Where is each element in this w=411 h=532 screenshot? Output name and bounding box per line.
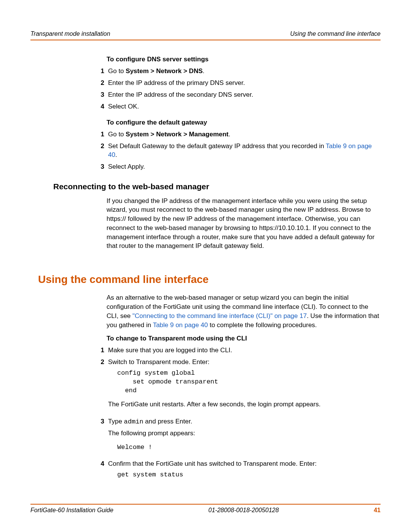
step-number: 2 xyxy=(94,79,108,88)
text: Confirm that the FortiGate unit has swit… xyxy=(108,460,317,467)
step-number: 4 xyxy=(94,102,108,111)
dns-step-2: 2 Enter the IP address of the primary DN… xyxy=(107,79,381,88)
page-header: Transparent mode installation Using the … xyxy=(30,30,381,37)
text: . xyxy=(115,151,117,158)
text: Select Apply. xyxy=(108,163,381,171)
header-left: Transparent mode installation xyxy=(30,30,110,37)
text: Select OK. xyxy=(108,102,381,111)
text: and press Enter. xyxy=(143,418,193,425)
code-block: config system global set opmode transpar… xyxy=(117,369,381,395)
step-number: 3 xyxy=(94,163,108,171)
gateway-step-1: 1 Go to System > Network > Management. xyxy=(107,130,381,139)
cli-step-4: 4 Confirm that the FortiGate unit has sw… xyxy=(107,460,381,484)
dns-title: To configure DNS server settings xyxy=(107,56,381,63)
xref-table9-b[interactable]: Table 9 on page 40 xyxy=(153,321,208,329)
cli-sub-title: To change to Transparent mode using the … xyxy=(107,335,381,342)
text: . xyxy=(203,67,205,75)
footer-center: 01-28008-0018-20050128 xyxy=(209,507,279,514)
gateway-step-2: 2 Set Default Gateway to the default gat… xyxy=(107,142,381,160)
text: Go to xyxy=(108,131,126,138)
text: Enter the IP address of the secondary DN… xyxy=(108,91,381,99)
gateway-step-3: 3 Select Apply. xyxy=(107,163,381,171)
gateway-steps: 1 Go to System > Network > Management. 2… xyxy=(107,130,381,171)
step-number: 3 xyxy=(94,417,108,426)
page-number: 41 xyxy=(374,507,381,514)
text: Enter the IP address of the primary DNS … xyxy=(108,79,381,88)
step-number: 1 xyxy=(94,67,108,76)
page-footer: FortiGate-60 Installation Guide 01-28008… xyxy=(30,504,381,514)
text: Make sure that you are logged into the C… xyxy=(108,346,381,355)
code-block: Welcome ! xyxy=(117,443,381,452)
cli-heading: Using the command line interface xyxy=(38,273,381,286)
dns-step-3: 3 Enter the IP address of the secondary … xyxy=(107,91,381,99)
reconnect-heading: Reconnecting to the web-based manager xyxy=(53,182,381,191)
cli-intro: As an alternative to the web-based manag… xyxy=(107,293,381,329)
text: Go to xyxy=(108,67,126,75)
text: The FortiGate unit restarts. After a few… xyxy=(108,400,381,409)
text: Switch to Transparent mode. Enter: xyxy=(108,358,209,366)
step-number: 2 xyxy=(94,142,108,151)
page: Transparent mode installation Using the … xyxy=(0,0,411,532)
xref-cli-connect[interactable]: "Connecting to the command line interfac… xyxy=(132,312,307,320)
header-rule xyxy=(30,40,381,40)
reconnect-para: If you changed the IP address of the man… xyxy=(107,197,381,251)
menu-path: System > Network > Management xyxy=(126,131,228,138)
header-right: Using the command line interface xyxy=(290,30,381,37)
reconnect-body: If you changed the IP address of the man… xyxy=(107,197,381,251)
cli-step-3: 3 Type admin and press Enter. The follow… xyxy=(107,417,381,457)
text: The following prompt appears: xyxy=(108,429,381,438)
text: to complete the following procedures. xyxy=(208,321,317,329)
inline-code: admin xyxy=(124,418,143,425)
dns-steps: 1 Go to System > Network > DNS. 2 Enter … xyxy=(107,67,381,111)
dns-section: To configure DNS server settings 1 Go to… xyxy=(107,56,381,171)
text: Type xyxy=(108,418,124,425)
cli-step-2: 2 Switch to Transparent mode. Enter: con… xyxy=(107,358,381,414)
cli-body: As an alternative to the web-based manag… xyxy=(107,293,381,484)
dns-step-4: 4 Select OK. xyxy=(107,102,381,111)
step-number: 2 xyxy=(94,358,108,367)
code-block: get system status xyxy=(117,471,381,479)
text: . xyxy=(229,131,231,138)
step-number: 1 xyxy=(94,130,108,139)
gateway-title: To configure the default gateway xyxy=(107,119,381,126)
step-number: 1 xyxy=(94,346,108,355)
text: Set Default Gateway to the default gatew… xyxy=(108,142,326,150)
step-number: 4 xyxy=(94,460,108,468)
menu-path: System > Network > DNS xyxy=(126,67,202,75)
cli-step-1: 1 Make sure that you are logged into the… xyxy=(107,346,381,355)
step-number: 3 xyxy=(94,91,108,99)
footer-left: FortiGate-60 Installation Guide xyxy=(30,507,113,514)
cli-steps: 1 Make sure that you are logged into the… xyxy=(107,346,381,484)
footer-rule xyxy=(30,504,381,505)
dns-step-1: 1 Go to System > Network > DNS. xyxy=(107,67,381,76)
